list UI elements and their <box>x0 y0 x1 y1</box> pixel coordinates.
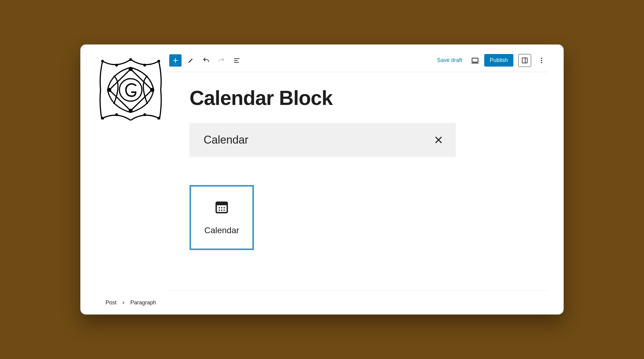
publish-button[interactable]: Publish <box>484 54 513 67</box>
page-title[interactable]: Calendar Block <box>190 86 548 110</box>
svg-point-14 <box>541 58 542 59</box>
save-draft-button[interactable]: Save draft <box>433 57 466 64</box>
block-search-input[interactable] <box>204 133 432 146</box>
editor-main: Save draft Publish Calendar Block <box>166 44 564 315</box>
svg-point-3 <box>129 68 132 71</box>
editor-toolbar: Save draft Publish <box>166 49 548 72</box>
settings-panel-toggle[interactable] <box>518 54 531 67</box>
svg-rect-13 <box>522 58 527 63</box>
svg-point-23 <box>221 210 222 211</box>
svg-point-5 <box>129 109 132 112</box>
document-overview-button[interactable] <box>231 54 243 67</box>
preview-button[interactable] <box>469 54 481 67</box>
breadcrumb-divider <box>166 290 548 291</box>
redo-button[interactable] <box>215 54 228 67</box>
editor-window: Save draft Publish Calendar Block <box>80 44 564 315</box>
svg-point-15 <box>541 60 542 61</box>
svg-point-24 <box>224 210 225 211</box>
undo-button[interactable] <box>200 54 212 67</box>
breadcrumb-current[interactable]: Paragraph <box>130 299 156 306</box>
gutenberg-logo <box>97 56 164 124</box>
svg-point-6 <box>108 88 111 91</box>
more-options-button[interactable] <box>535 54 548 67</box>
svg-point-9 <box>116 114 117 116</box>
svg-rect-18 <box>216 202 227 205</box>
edit-mode-button[interactable] <box>185 54 197 67</box>
breadcrumb-root[interactable]: Post <box>105 299 117 306</box>
svg-point-16 <box>541 62 542 63</box>
svg-point-4 <box>151 88 153 91</box>
svg-rect-12 <box>472 58 478 62</box>
svg-point-10 <box>144 114 146 116</box>
svg-point-7 <box>116 64 117 66</box>
svg-point-11 <box>119 79 142 101</box>
block-search <box>190 123 456 157</box>
svg-point-20 <box>221 207 222 208</box>
svg-point-22 <box>219 210 220 211</box>
chevron-right-icon <box>121 301 125 305</box>
svg-point-8 <box>144 64 146 66</box>
block-result-label: Calendar <box>204 226 239 235</box>
add-block-button[interactable] <box>169 54 182 67</box>
clear-search-button[interactable] <box>432 134 445 146</box>
svg-point-21 <box>224 207 225 208</box>
calendar-icon <box>214 200 229 214</box>
breadcrumb: Post Paragraph <box>105 299 156 306</box>
block-result-calendar[interactable]: Calendar <box>190 185 254 250</box>
editor-content: Calendar Block <box>166 72 548 315</box>
svg-point-19 <box>219 207 220 208</box>
editor-sidebar <box>80 44 166 315</box>
